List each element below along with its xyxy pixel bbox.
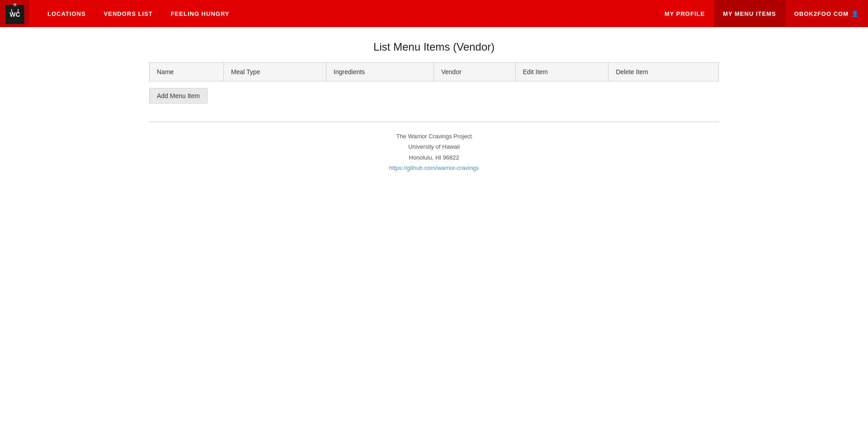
nav-feeling-hungry[interactable]: FEELING HUNGRY xyxy=(162,0,239,27)
add-menu-item-button[interactable]: Add Menu Item xyxy=(149,88,208,104)
footer-link-container: https://github.com/warrior-cravings xyxy=(149,163,719,173)
nav-logo[interactable]: WC ✳ xyxy=(0,0,29,27)
nav-my-profile[interactable]: MY PROFILE xyxy=(656,0,714,27)
user-icon: 👤 xyxy=(851,10,859,17)
col-delete-item: Delete Item xyxy=(609,63,719,81)
logo-icon: WC ✳ xyxy=(4,2,26,25)
table-header-row: Name Meal Type Ingredients Vendor Edit I… xyxy=(150,63,719,81)
col-ingredients: Ingredients xyxy=(326,63,434,81)
footer: The Warrior Cravings Project University … xyxy=(149,131,719,174)
nav-locations[interactable]: LOCATIONS xyxy=(38,0,95,27)
footer-line2: University of Hawaii xyxy=(149,141,719,152)
col-edit-item: Edit Item xyxy=(515,63,609,81)
menu-table: Name Meal Type Ingredients Vendor Edit I… xyxy=(149,62,719,81)
main-content: List Menu Items (Vendor) Name Meal Type … xyxy=(140,27,728,183)
col-meal-type: Meal Type xyxy=(223,63,326,81)
col-name: Name xyxy=(150,63,224,81)
page-title: List Menu Items (Vendor) xyxy=(149,41,719,53)
table-header: Name Meal Type Ingredients Vendor Edit I… xyxy=(150,63,719,81)
nav-links: LOCATIONS VENDORS LIST FEELING HUNGRY xyxy=(29,0,656,27)
nav-vendors-list[interactable]: VENDORS LIST xyxy=(95,0,162,27)
footer-github-link[interactable]: https://github.com/warrior-cravings xyxy=(389,165,479,171)
nav-my-menu-items[interactable]: MY MENU ITEMS xyxy=(714,0,785,27)
col-vendor: Vendor xyxy=(434,63,515,81)
footer-line1: The Warrior Cravings Project xyxy=(149,131,719,141)
svg-text:✳: ✳ xyxy=(13,2,17,8)
nav-right: MY PROFILE MY MENU ITEMS OBOK2FOO COM 👤 xyxy=(656,0,868,27)
svg-text:WC: WC xyxy=(9,11,20,18)
nav-user[interactable]: OBOK2FOO COM 👤 xyxy=(785,0,868,27)
footer-divider xyxy=(149,122,719,122)
navbar: WC ✳ LOCATIONS VENDORS LIST FEELING HUNG… xyxy=(0,0,868,27)
footer-line3: Honolulu, HI 96822 xyxy=(149,152,719,163)
